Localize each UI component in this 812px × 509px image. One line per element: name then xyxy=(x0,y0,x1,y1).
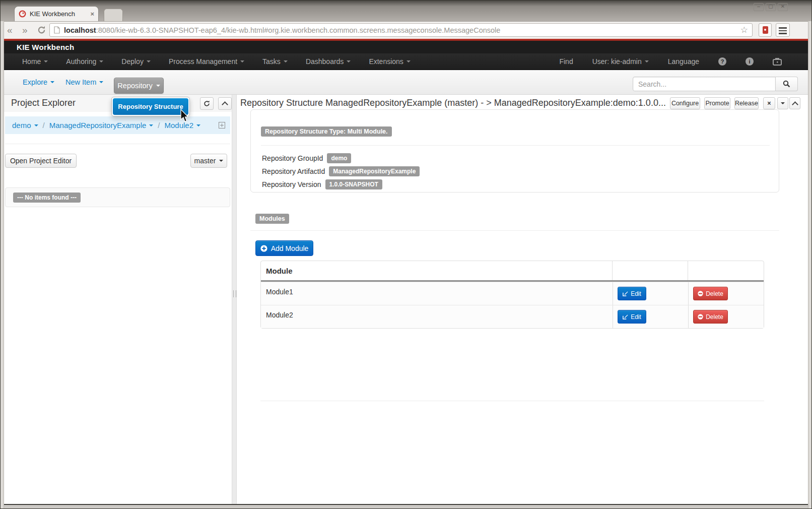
close-panel-button[interactable]: × xyxy=(763,97,775,109)
app-brand: KIE Workbench xyxy=(17,41,74,53)
caret-down-icon xyxy=(44,60,48,62)
divider xyxy=(261,145,770,146)
edit-button[interactable]: Edit xyxy=(618,287,646,300)
info-icon[interactable]: i xyxy=(746,57,754,66)
table-row: Module1 Edit Delete xyxy=(261,282,764,305)
divider xyxy=(5,144,230,144)
collapse-panel-button[interactable] xyxy=(218,97,232,110)
modules-badge: Modules xyxy=(255,214,289,224)
minus-circle-icon xyxy=(698,291,703,296)
menu-item-repository-structure[interactable]: Repository Structure xyxy=(113,98,188,115)
expand-icon[interactable] xyxy=(219,122,225,129)
modules-table: Module Module1 Edit Delete Module2 Edit … xyxy=(260,261,764,329)
menu-deploy[interactable]: Deploy xyxy=(121,57,151,66)
maximize-icon[interactable]: ▢ xyxy=(766,3,776,11)
tab-close-icon[interactable]: × xyxy=(90,10,94,18)
cursor-icon xyxy=(179,109,189,123)
star-icon[interactable]: ☆ xyxy=(740,25,748,35)
forward-icon[interactable]: » xyxy=(22,24,28,37)
module-name: Module1 xyxy=(261,282,613,296)
browser-tab[interactable]: KIE Workbench × xyxy=(14,6,99,21)
search-button[interactable] xyxy=(776,77,798,91)
url-text: :8080/kie-wb-6.3.0-SNAPSHOT-eap6_4/kie-w… xyxy=(96,26,736,34)
no-items-panel: --- No items found --- xyxy=(5,187,230,207)
caret-down-icon xyxy=(219,160,223,162)
panel-title: Project Explorer xyxy=(11,98,76,108)
menu-process-management[interactable]: Process Management xyxy=(169,57,244,66)
divider xyxy=(250,230,779,231)
window-frame-left xyxy=(0,21,4,509)
repository-menu-button[interactable]: Repository xyxy=(114,78,164,94)
table-row: Module2 Edit Delete xyxy=(261,305,764,328)
promote-button[interactable]: Promote xyxy=(704,97,730,109)
help-icon[interactable]: ? xyxy=(718,57,726,66)
menu-find[interactable]: Find xyxy=(559,57,573,66)
close-icon: × xyxy=(767,100,771,107)
browser-toolbar: « » localhost:8080/kie-wb-6.3.0-SNAPSHOT… xyxy=(1,21,811,39)
expand-panel-button[interactable] xyxy=(777,97,788,109)
module-name: Module2 xyxy=(261,305,613,319)
caret-down-icon xyxy=(99,60,103,62)
version-badge: 1.0.0-SNAPSHOT xyxy=(325,179,382,189)
menu-extensions[interactable]: Extensions xyxy=(369,57,410,66)
panel-title: Repository Structure ManagedRepositoryEx… xyxy=(240,98,666,108)
bookmark-icon[interactable] xyxy=(759,23,772,37)
delete-button[interactable]: Delete xyxy=(693,287,728,300)
configure-button[interactable]: Configure xyxy=(670,97,700,109)
url-bar[interactable]: localhost:8080/kie-wb-6.3.0-SNAPSHOT-eap… xyxy=(49,23,753,37)
breadcrumb-item-repo[interactable]: demo xyxy=(12,121,38,130)
caret-down-icon xyxy=(196,124,200,126)
edit-button[interactable]: Edit xyxy=(618,310,646,324)
branch-selector-button[interactable]: master xyxy=(190,154,227,168)
new-tab-button[interactable] xyxy=(104,9,123,22)
menu-user[interactable]: User: kie-admin xyxy=(592,57,649,66)
breadcrumb-item-project[interactable]: ManagedRepositoryExample xyxy=(49,121,154,130)
caret-down-icon xyxy=(34,124,38,126)
new-item-menu[interactable]: New Item xyxy=(65,78,103,86)
perspective-toolbar: Explore New Item Repository xyxy=(4,70,808,95)
menu-language[interactable]: Language xyxy=(668,57,699,66)
panel-splitter[interactable] xyxy=(232,95,237,504)
column-header-delete xyxy=(688,261,764,280)
close-icon[interactable]: ✕ xyxy=(778,3,788,11)
add-module-button[interactable]: Add Module xyxy=(255,240,313,256)
app-navbar-brand-row: KIE Workbench xyxy=(4,41,808,53)
repository-info-box: Repository Structure Type: Multi Module.… xyxy=(250,109,779,193)
reload-icon[interactable] xyxy=(37,26,46,34)
menu-tasks[interactable]: Tasks xyxy=(262,57,288,66)
minimize-icon[interactable]: – xyxy=(754,3,764,11)
search-group xyxy=(633,77,798,91)
caret-down-icon xyxy=(147,60,151,62)
search-input[interactable] xyxy=(633,77,776,91)
caret-down-icon xyxy=(407,60,411,62)
column-header-edit xyxy=(612,261,688,280)
caret-down-icon xyxy=(240,60,244,62)
divider xyxy=(260,401,764,401)
field-group-id: Repository GroupIddemo xyxy=(262,153,420,163)
delete-button[interactable]: Delete xyxy=(693,310,728,324)
refresh-button[interactable] xyxy=(200,97,214,110)
release-button[interactable]: Release xyxy=(734,97,759,109)
caret-down-icon xyxy=(50,81,54,83)
menu-dashboards[interactable]: Dashboards xyxy=(306,57,351,66)
back-icon[interactable]: « xyxy=(7,24,13,37)
minus-circle-icon xyxy=(698,314,703,320)
field-artifact-id: Repository ArtifactIdManagedRepositoryEx… xyxy=(262,166,420,176)
apps-icon[interactable] xyxy=(773,57,782,66)
open-project-editor-button[interactable]: Open Project Editor xyxy=(5,154,77,168)
menu-icon[interactable] xyxy=(776,23,790,37)
splitter-handle-icon xyxy=(233,290,236,297)
menu-home[interactable]: Home xyxy=(22,57,48,66)
repository-structure-panel: Repository Structure ManagedRepositoryEx… xyxy=(237,95,808,504)
repository-dropdown-menu: Repository Structure xyxy=(111,97,190,116)
group-id-badge: demo xyxy=(327,153,351,163)
collapse-panel-button[interactable] xyxy=(789,97,800,109)
caret-down-icon xyxy=(284,60,288,62)
table-header-row: Module xyxy=(261,261,764,282)
menu-authoring[interactable]: Authoring xyxy=(66,57,103,66)
column-header-module: Module xyxy=(261,267,612,275)
browser-titlebar: KIE Workbench × – ▢ ✕ xyxy=(0,0,812,21)
explore-menu[interactable]: Explore xyxy=(23,78,54,86)
caret-down-icon xyxy=(99,81,103,83)
project-explorer-panel: Project Explorer demo / ManagedRepositor… xyxy=(4,95,232,504)
